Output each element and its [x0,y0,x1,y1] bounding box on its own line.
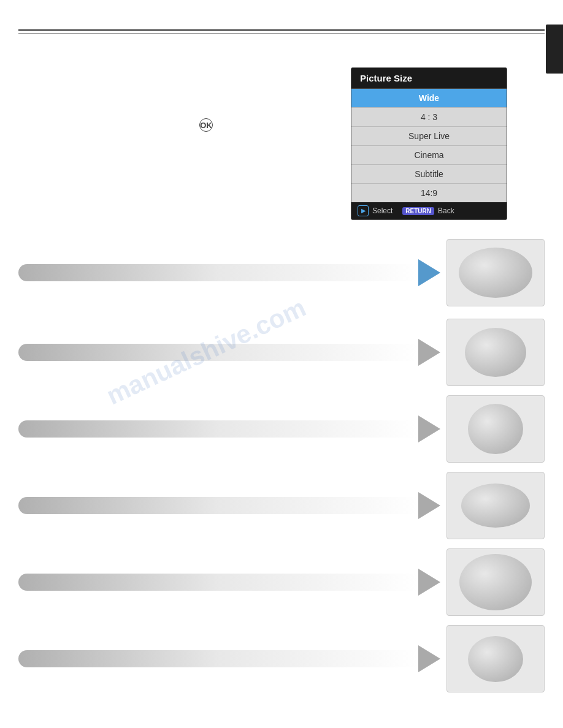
menu-item-14-9[interactable]: 14:9 [351,184,507,202]
arrow-bar-5 [18,569,440,596]
arrow-bar-3 [18,415,440,442]
menu-item-subtitle[interactable]: Subtitle [351,165,507,184]
oval-box-1 [446,239,545,306]
arrow-head-5 [418,569,440,596]
arrow-head-3 [418,415,440,442]
arrow-bar-4 [18,492,440,519]
oval-4 [461,483,530,528]
oval-6 [468,636,523,682]
picture-row-2 [18,319,545,386]
top-line-thin [18,33,545,34]
bar-track-4 [18,497,418,514]
oval-5 [459,554,532,610]
picture-row-3 [18,395,545,463]
menu-item-super-live[interactable]: Super Live [351,127,507,146]
oval-1 [459,248,532,298]
return-button-icon: RETURN [402,207,434,215]
oval-3 [468,404,523,454]
right-tab [546,25,563,74]
picture-row-4 [18,472,545,539]
bar-track-5 [18,574,418,591]
oval-box-4 [446,472,545,539]
menu-title: Picture Size [351,68,507,89]
bar-track-2 [18,344,418,361]
menu-item-wide[interactable]: Wide [351,89,507,108]
menu-items-list: Wide 4 : 3 Super Live Cinema Subtitle 14… [351,89,507,202]
arrow-head-4 [418,492,440,519]
bar-track-1 [18,264,418,281]
arrow-head-6 [418,645,440,672]
arrow-bar-6 [18,645,440,672]
menu-footer: ▶ Select RETURN Back [351,202,507,219]
oval-box-6 [446,625,545,692]
picture-row-1 [18,239,545,306]
arrow-bar-2 [18,339,440,366]
menu-item-4-3[interactable]: 4 : 3 [351,108,507,127]
top-line-thick [18,29,545,31]
select-label: Select [372,207,393,215]
bar-track-3 [18,420,418,438]
top-decorative-lines [18,29,545,34]
picture-row-6 [18,625,545,692]
back-label: Back [438,207,454,215]
oval-2 [465,328,526,377]
ok-symbol: OK [199,118,213,132]
oval-box-3 [446,395,545,463]
arrow-head-2 [418,339,440,366]
oval-box-2 [446,319,545,386]
menu-item-cinema[interactable]: Cinema [351,146,507,165]
oval-box-5 [446,548,545,616]
arrow-head-1 [418,259,440,286]
picture-row-5 [18,548,545,616]
bar-track-6 [18,650,418,667]
select-icon: ▶ [358,205,369,216]
picture-size-menu: Picture Size Wide 4 : 3 Super Live Cinem… [351,67,507,220]
arrow-bar-1 [18,259,440,286]
